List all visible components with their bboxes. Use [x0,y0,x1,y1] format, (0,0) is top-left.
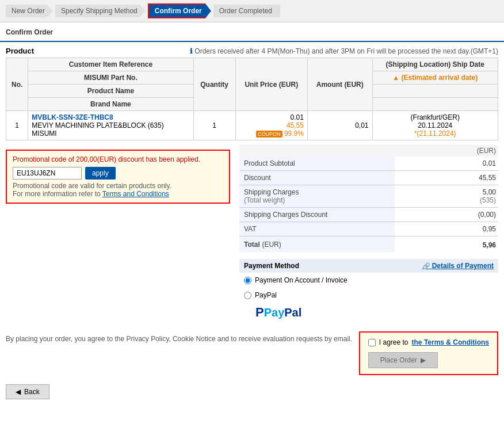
payment-header: Payment Method 🔗 Details of Payment [239,259,498,273]
right-column: (EUR) Product Subtotal 0,01 Discount 45,… [239,145,498,322]
apply-button[interactable]: apply [85,167,116,180]
brand: MISUMI [32,129,189,138]
col-ship-date: (Shipping Location) Ship Date [372,58,498,71]
order-footer: By placing your order, you agree to the … [6,331,498,375]
page-title: Confirm Order [0,22,504,42]
col-amount: Amount (EUR) [307,58,372,111]
col-brand-name: Brand Name [28,98,193,111]
step-confirm-order[interactable]: Confirm Order [148,3,211,18]
table-row: 1 MVBLK-SSN-3ZE-THBC8 MEVIY MACHINING PL… [6,111,498,140]
col-no: No. [6,58,28,111]
back-section: ◀ Back [0,380,504,404]
main-content: Product ℹ Orders received after 4 PM(Mon… [0,42,504,380]
promo-note: Promotional code are valid for certain p… [13,182,223,198]
place-order-button[interactable]: Place Order ▶ [368,352,438,368]
payment-option-paypal[interactable]: PayPal [239,288,498,303]
promo-terms-link[interactable]: Terms and Conditions [102,190,169,198]
col-estimated: ▲ (Estimated arrival date) [372,71,498,85]
total-row: Total (EUR) 5,96 [239,236,498,253]
shipping-row: Shipping Charges (Total weight) 5,00 (53… [239,185,498,208]
footer-right: I agree to the Terms & Conditions Place … [359,331,498,375]
summary-table: (EUR) Product Subtotal 0,01 Discount 45,… [239,145,498,252]
product-table: No. Customer Item Reference Quantity Uni… [6,58,498,140]
info-icon: ℹ [190,47,193,55]
product-label: Product [6,47,34,55]
left-column: Promotional code of 200,00(EUR) discount… [6,145,230,322]
promo-applied-message: Promotional code of 200,00(EUR) discount… [13,155,223,163]
payment-section: Payment Method 🔗 Details of Payment Paym… [239,259,498,322]
breadcrumb: New Order Specify Shipping Method Confir… [0,0,504,22]
col-customer-ref: Customer Item Reference [28,58,193,71]
payment-radio-paypal[interactable] [244,292,251,299]
step-order-completed[interactable]: Order Completed [213,5,280,17]
col-product-name: Product Name [28,85,193,98]
payment-option-invoice[interactable]: Payment On Account / Invoice [239,273,498,288]
back-button[interactable]: ◀ Back [6,384,49,399]
info-notice: ℹ Orders received after 4 PM(Mon-Thu) an… [190,47,498,55]
shipping-discount-row: Shipping Charges Discount (0,00) [239,208,498,222]
payment-radio-invoice[interactable] [244,277,251,284]
two-column-area: Promotional code of 200,00(EUR) discount… [6,145,498,322]
terms-row: I agree to the Terms & Conditions [368,338,489,346]
part-no: MVBLK-SSN-3ZE-THBC8 [32,113,189,121]
col-misumi-part: MISUMI Part No. [28,71,193,85]
promo-input-row: apply [13,167,223,180]
terms-checkbox[interactable] [368,339,376,346]
product-name: MEVIY MACHINING PLATE&BLOCK (635) [32,121,189,129]
col-quantity: Quantity [193,58,235,111]
vat-row: VAT 0,95 [239,222,498,236]
payment-details-link[interactable]: 🔗 Details of Payment [422,262,494,270]
promo-code-input[interactable] [13,167,82,180]
footer-left: By placing your order, you agree to the … [6,331,353,346]
step-new-order[interactable]: New Order [6,5,53,17]
step-shipping-method[interactable]: Specify Shipping Method [55,5,146,17]
paypal-logo-area: PPayPal [239,303,498,322]
coupon-badge: COUPON [256,131,282,138]
col-unit-price: Unit Price (EUR) [235,58,307,111]
product-header: Product ℹ Orders received after 4 PM(Mon… [6,47,498,55]
terms-conditions-link[interactable]: the Terms & Conditions [412,338,489,346]
discount-row: Discount 45,55 [239,171,498,185]
promo-box: Promotional code of 200,00(EUR) discount… [6,150,230,204]
paypal-text: Pay [264,306,285,319]
paypal-p-icon: P [255,305,264,319]
subtotal-row: Product Subtotal 0,01 [239,156,498,171]
